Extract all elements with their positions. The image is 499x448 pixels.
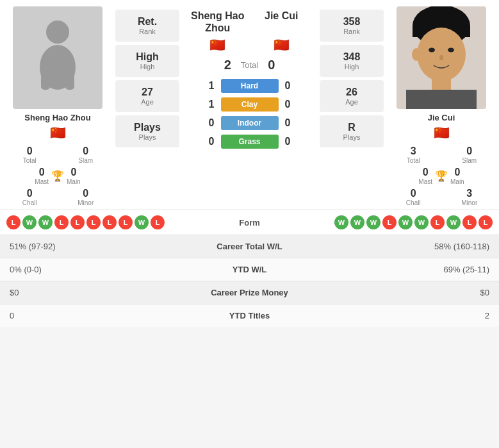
stat-center-label: YTD Titles — [175, 304, 325, 328]
right-total-stat: 3 Total — [390, 145, 437, 164]
left-info-boxes: Ret. Rank High High 27 Age Plays Plays — [112, 6, 183, 206]
form-right: WWWLWWLWLL — [288, 215, 493, 229]
svg-point-7 — [429, 48, 435, 53]
main-container: Sheng Hao Zhou 🇨🇳 0 Total 0 Slam 0 Mast — [0, 0, 499, 327]
form-badge-left: L — [151, 215, 165, 229]
clay-button: Clay — [221, 97, 279, 112]
form-badge-left: L — [70, 215, 85, 229]
grass-left: 0 — [202, 136, 215, 147]
right-slam-stat: 0 Slam — [446, 145, 493, 164]
form-badge-right: W — [366, 215, 380, 229]
right-player-name-center: Jie Cui — [250, 10, 314, 34]
left-player-name-center: Sheng Hao Zhou — [186, 10, 250, 34]
form-section: LWWLLLLLWL Form WWWLWWLWLL — [0, 210, 499, 235]
form-badge-left: L — [119, 215, 133, 229]
total-right: 0 — [268, 58, 275, 72]
stat-center-label: YTD W/L — [175, 258, 325, 281]
form-badge-right: W — [414, 215, 429, 229]
stat-center-label: Career Total W/L — [175, 235, 325, 258]
flags-row: 🇨🇳 🇨🇳 — [186, 37, 313, 53]
hard-button: Hard — [221, 79, 279, 93]
right-player-column: Jie Cui 🇨🇳 3 Total 0 Slam 0 Mast 🏆 — [387, 6, 496, 206]
stat-left-val: $0 — [0, 281, 175, 304]
stats-row: 0 YTD Titles 2 — [0, 304, 499, 328]
form-badge-left: L — [54, 215, 69, 229]
surface-rows: 1 Hard 0 1 Clay 0 0 Indoor 0 0 Grass — [186, 79, 313, 149]
hard-left: 1 — [202, 80, 215, 92]
right-mast-stat: 0 Mast — [418, 167, 432, 185]
left-rank-box: Ret. Rank — [115, 10, 179, 42]
player-names-row: Sheng Hao Zhou Jie Cui — [186, 10, 313, 34]
left-player-photo — [13, 6, 102, 109]
indoor-button: Indoor — [221, 116, 279, 130]
right-age-box: 26 Age — [320, 80, 384, 112]
hard-right: 0 — [285, 80, 298, 92]
left-trophy-icon: 🏆 — [51, 170, 64, 182]
total-label: Total — [241, 60, 258, 70]
right-player-name: Jie Cui — [428, 113, 455, 122]
right-player-photo — [397, 6, 486, 109]
stat-right-val: 2 — [324, 304, 499, 328]
stat-right-val: 69% (25-11) — [324, 258, 499, 281]
left-plays-box: Plays Plays — [115, 115, 179, 147]
total-row: 2 Total 0 — [224, 58, 275, 72]
player-comparison: Sheng Hao Zhou 🇨🇳 0 Total 0 Slam 0 Mast — [0, 0, 499, 210]
form-badge-right: L — [462, 215, 477, 229]
svg-rect-3 — [65, 58, 74, 90]
form-badge-right: L — [479, 215, 493, 229]
form-label: Form — [211, 218, 288, 228]
form-badge-right: L — [430, 215, 445, 229]
left-age-box: 27 Age — [115, 80, 179, 112]
form-badge-left: W — [135, 215, 149, 229]
form-badge-left: L — [6, 215, 20, 229]
form-badge-right: W — [334, 215, 348, 229]
left-bottom-stats: 0 Chall 0 Minor — [6, 188, 109, 206]
stats-row: $0 Career Prize Money $0 — [0, 281, 499, 304]
svg-rect-12 — [406, 90, 477, 109]
left-player-name: Sheng Hao Zhou — [24, 113, 90, 122]
left-high-box: High High — [115, 45, 179, 77]
grass-right: 0 — [285, 136, 298, 147]
form-badge-right: W — [446, 215, 461, 229]
clay-left: 1 — [202, 99, 215, 110]
left-slam-stat: 0 Slam — [63, 145, 110, 164]
svg-point-6 — [417, 28, 466, 81]
total-left: 2 — [224, 58, 231, 72]
left-main-stat: 0 Main — [67, 167, 81, 185]
right-info-boxes: 358 Rank 348 High 26 Age R Plays — [316, 6, 387, 206]
right-chall-stat: 0 Chall — [390, 188, 437, 206]
svg-point-9 — [439, 55, 443, 60]
stat-left-val: 0 — [0, 304, 175, 328]
right-bottom-stats: 0 Chall 3 Minor — [390, 188, 493, 206]
grass-row: 0 Grass 0 — [186, 135, 313, 149]
form-badge-left: L — [102, 215, 117, 229]
clay-row: 1 Clay 0 — [186, 97, 313, 112]
left-trophy-row: 0 Mast 🏆 0 Main — [35, 167, 80, 185]
svg-point-10 — [412, 48, 421, 61]
left-chall-stat: 0 Chall — [6, 188, 53, 206]
right-main-stat: 0 Main — [450, 167, 464, 185]
indoor-row: 0 Indoor 0 — [186, 116, 313, 130]
stats-row: 51% (97-92) Career Total W/L 58% (160-11… — [0, 235, 499, 258]
right-flag-center: 🇨🇳 — [250, 37, 314, 53]
form-badge-left: W — [38, 215, 53, 229]
left-player-stats: 0 Total 0 Slam — [6, 145, 109, 164]
svg-point-8 — [448, 48, 454, 53]
stat-left-val: 0% (0-0) — [0, 258, 175, 281]
grass-button: Grass — [221, 135, 279, 149]
svg-rect-2 — [41, 58, 50, 90]
svg-point-0 — [46, 21, 69, 44]
stats-row: 0% (0-0) YTD W/L 69% (25-11) — [0, 258, 499, 281]
left-total-stat: 0 Total — [6, 145, 53, 164]
left-minor-stat: 0 Minor — [63, 188, 110, 206]
indoor-right: 0 — [285, 117, 298, 129]
form-badge-left: W — [22, 215, 37, 229]
left-player-flag: 🇨🇳 — [50, 125, 66, 140]
right-high-box: 348 High — [320, 45, 384, 77]
form-badge-right: W — [350, 215, 364, 229]
right-trophy-row: 0 Mast 🏆 0 Main — [418, 167, 464, 185]
left-mast-stat: 0 Mast — [35, 167, 49, 185]
right-trophy-icon: 🏆 — [435, 170, 448, 182]
stats-table: 51% (97-92) Career Total W/L 58% (160-11… — [0, 235, 499, 327]
form-badge-left: L — [86, 215, 101, 229]
